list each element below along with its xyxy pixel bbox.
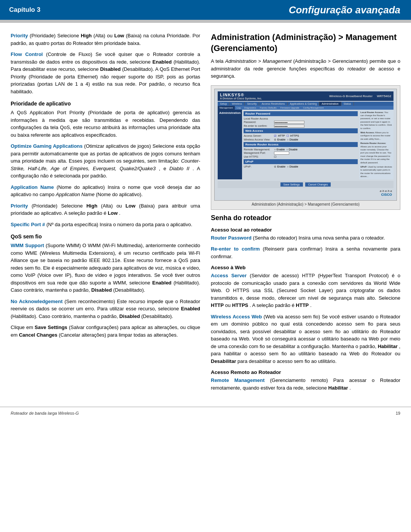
header-divider <box>0 20 411 23</box>
router-password-paragraph: Router Password (Senha do roteador) Insi… <box>211 234 400 242</box>
remote-mgmt-row: Remote Management: ○ Enable ○ Disable <box>244 148 358 151</box>
re-enter-paragraph: Re-enter to confirm (Reinserir para conf… <box>211 245 400 260</box>
router-sidebar: Administration <box>218 110 242 179</box>
priority-paragraph: Priority (Prioridade) Selecione High (Al… <box>11 32 200 47</box>
prioridade-text: A QoS Application Port Priority (Priorid… <box>11 109 200 139</box>
chapter-text: Capítulo 3 <box>9 6 40 14</box>
save-settings-paragraph: Clique em Save Settings (Salvar configur… <box>11 324 200 339</box>
wireless-access-web-label: Wireless Access Web <box>211 314 262 320</box>
subtab-config[interactable]: Config Management <box>301 106 325 110</box>
router-tab-bar: Setup Wireless Security Access Restricti… <box>218 102 393 106</box>
save-settings-button[interactable]: Save Settings <box>280 182 303 187</box>
cancel-changes-button[interactable]: Cancel Changes <box>305 182 331 187</box>
router-button-bar: Save Settings Cancel Changes <box>218 181 393 188</box>
mgmt-port-input[interactable] <box>274 152 289 155</box>
subtab-firmware[interactable]: Firmware Upgrade <box>279 106 301 110</box>
priority2-label: Priority <box>11 203 28 209</box>
acesso-local-heading: Acesso local ao roteador <box>211 227 400 233</box>
sidebar-admin-label: Administration <box>219 111 241 115</box>
tab-apps[interactable]: Applications & Gaming <box>288 102 320 106</box>
wmm-paragraph: WMM Support (Suporte WMM) O WMM (Wi-Fi M… <box>11 242 200 294</box>
admin-intro: A tela Administration > Management (Admi… <box>211 58 400 80</box>
no-ack-paragraph: No Acknowledgement (Sem reconhecimento) … <box>11 298 200 320</box>
access-server-radio: ☑ HTTP ☐ HTTPS <box>274 134 299 137</box>
priority-label: Priority <box>11 33 28 38</box>
app-name-paragraph: Application Name (Nome do aplicativo) In… <box>11 184 200 198</box>
page-header: Capítulo 3 Configuração avançada <box>0 0 411 20</box>
tab-wireless[interactable]: Wireless <box>229 102 245 106</box>
specific-port-paragraph: Specific Port # (Nº da porta específica)… <box>11 221 200 228</box>
linksys-logo-area: LINKSYS® A Division of Cisco Systems, In… <box>220 93 262 100</box>
router-header-bar: LINKSYS® A Division of Cisco Systems, In… <box>218 91 393 101</box>
use-https-row: Use HTTPS: ☐ <box>244 155 358 158</box>
router-password-section: Router Password <box>244 111 358 116</box>
remote-router-section: Remote Router Access <box>244 142 358 147</box>
main-content: Priority (Prioridade) Selecione High (Al… <box>0 23 411 395</box>
specific-port-label: Specific Port # <box>11 222 45 227</box>
flow-control-label: Flow Control <box>11 51 43 57</box>
reenter-row: Re-enter to confirm: •••••••••••••• <box>244 125 358 128</box>
router-screenshot: LINKSYS® A Division of Cisco Systems, In… <box>211 85 400 210</box>
wireless-access-radio: ⊙ Enable ○ Disable <box>274 138 298 141</box>
router-aside-info: Local Router Access: You can change the … <box>359 110 393 179</box>
optimize-gaming-paragraph: Optimize Gaming Applications (Otimizar a… <box>11 142 200 180</box>
tab-status[interactable]: Status <box>341 102 354 106</box>
prioridade-heading: Prioridade de aplicativo <box>11 101 200 107</box>
router-image-caption: Administration (Administração) > Managem… <box>214 202 397 206</box>
admin-heading: Administration (Administração) > Managem… <box>211 32 400 54</box>
access-server-row: Access Server: ☑ HTTP ☐ HTTPS <box>244 134 358 137</box>
subtab-factory[interactable]: Factory Defaults <box>258 106 279 110</box>
header-title-area: Configuração avançada <box>68 0 411 20</box>
page-title: Configuração avançada <box>289 4 400 16</box>
mgmt-port-row: Management Port: <box>244 152 358 155</box>
tab-access[interactable]: Access Restrictions <box>259 102 287 106</box>
access-server-label: Access Server <box>211 273 247 278</box>
router-password-label: Router Password <box>211 235 252 241</box>
remote-management-label: Remote Management <box>211 377 264 383</box>
subtab-diagnostics[interactable]: Diagnostics <box>242 106 258 110</box>
subtab-log[interactable]: Log <box>235 106 242 110</box>
tab-setup[interactable]: Setup <box>218 102 229 106</box>
right-column: Administration (Administração) > Managem… <box>211 32 400 395</box>
wireless-access-web-paragraph: Wireless Access Web (Web via acesso sem … <box>211 313 400 365</box>
tab-security[interactable]: Security <box>245 102 259 106</box>
upnp-section: UPnP <box>244 159 358 164</box>
senha-heading: Senha do roteador <box>211 214 400 222</box>
web-access-section: Web Access <box>244 128 358 133</box>
acesso-remoto-heading: Acesso Remoto ao Roteador <box>211 369 400 375</box>
re-enter-label: Re-enter to confirm <box>211 246 260 252</box>
local-router-access-row: Local Router Access <box>244 117 358 120</box>
no-ack-label: No Acknowledgement <box>11 299 63 304</box>
left-column: Priority (Prioridade) Selecione High (Al… <box>11 32 200 395</box>
router-main-area: Administration Router Password Local Rou… <box>218 110 393 179</box>
wireless-access-row: Wireless Access View: ⊙ Enable ○ Disable <box>244 138 358 141</box>
footer-left: Roteador de banda larga Wireless-G <box>11 411 79 415</box>
subtab-management[interactable]: Management <box>218 106 235 110</box>
access-server-paragraph: Access Server (Servidor de acesso) HTTP … <box>211 272 400 309</box>
upnp-row: UPnP: ⊙ Enable ○ Disable <box>244 165 358 168</box>
flow-control-paragraph: Flow Control (Controle de Fluxo) Se você… <box>11 51 200 95</box>
tab-admin[interactable]: Administration <box>319 102 341 106</box>
optimize-gaming-label: Optimize Gaming Applications <box>11 143 83 149</box>
password-row: Password: •••••••••••••• <box>244 121 358 124</box>
remote-management-paragraph: Remote Management (Gerenciamento remoto)… <box>211 377 400 391</box>
password-input[interactable]: •••••••••••••• <box>274 121 304 124</box>
wmm-label: WMM Support <box>11 243 44 248</box>
page-footer: Roteador de banda larga Wireless-G 19 <box>0 407 411 419</box>
router-model-area: Wireless-G Broadband Router WRT54G2 <box>329 94 391 98</box>
router-main-content: Router Password Local Router Access Pass… <box>242 110 359 179</box>
reenter-input[interactable]: •••••••••••••• <box>274 125 304 128</box>
qos-heading: QoS sem fio <box>11 233 200 240</box>
cisco-logo: a h a h a CISCO <box>218 188 393 197</box>
router-img-inner: LINKSYS® A Division of Cisco Systems, In… <box>214 89 397 201</box>
priority2-paragraph: Priority (Prioridade) Selecione High (Al… <box>11 202 200 217</box>
app-name-label: Application Name <box>11 184 54 190</box>
acesso-web-heading: Acesso à Web <box>211 265 400 270</box>
chapter-label: Capítulo 3 <box>0 0 68 20</box>
footer-page-number: 19 <box>396 411 400 415</box>
router-subtab-bar: Management Log Diagnostics Factory Defau… <box>218 106 393 110</box>
